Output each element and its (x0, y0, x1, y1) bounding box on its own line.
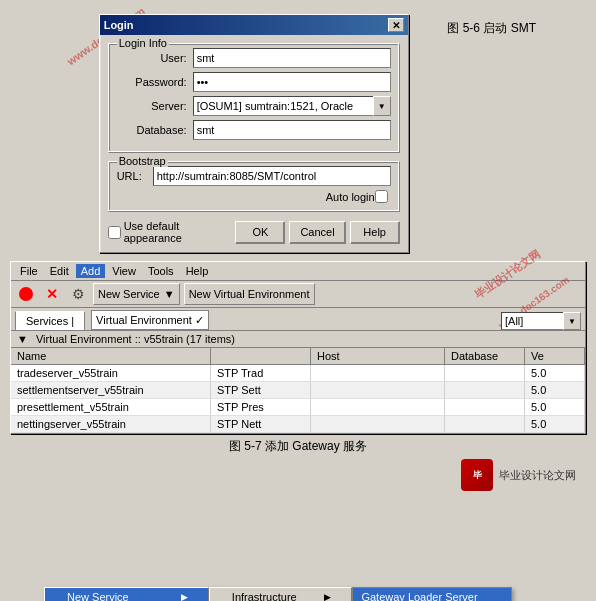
table-rows: tradeserver_v55train STP Trad 5.0 settle… (11, 365, 585, 433)
x-icon: ✕ (46, 286, 58, 302)
logo-icon: 毕 (461, 459, 493, 491)
help-button[interactable]: Help (350, 221, 400, 244)
red-circle-icon (19, 287, 33, 301)
logo-text: 毕业设计论文网 (499, 468, 576, 483)
url-input[interactable] (153, 166, 391, 186)
dialog-close-button[interactable]: ✕ (388, 18, 404, 32)
bootstrap-legend: Bootstrap (117, 155, 168, 167)
server-dropdown-arrow[interactable]: ▼ (373, 96, 391, 116)
bottom-logo-area: 毕 毕业设计论文网 (10, 457, 586, 493)
server-row: Server: ▼ (117, 96, 391, 116)
toolbar-x-btn[interactable]: ✕ (41, 283, 63, 305)
password-label: Password: (117, 76, 187, 88)
new-service-dropdown[interactable]: New Service ▼ (93, 283, 180, 305)
menu-add[interactable]: Add (76, 264, 106, 278)
url-label: URL: (117, 170, 147, 182)
menu-file[interactable]: File (15, 264, 43, 278)
infrastructure-label: Infrastructure (232, 591, 297, 601)
row1-db (445, 365, 525, 381)
caption2: 图 5-7 添加 Gateway 服务 (10, 434, 586, 457)
table-row[interactable]: tradeserver_v55train STP Trad 5.0 (11, 365, 585, 382)
bootstrap-group: Bootstrap URL: Auto login (108, 161, 400, 212)
row1-name: tradeserver_v55train (11, 365, 211, 381)
new-service-arrow-icon: ▼ (164, 288, 175, 300)
user-input[interactable] (193, 48, 391, 68)
row4-host (311, 416, 445, 432)
row3-name: presettlement_v55train (11, 399, 211, 415)
menu-gateway-loader-server[interactable]: Gateway Loader Server (353, 588, 511, 601)
new-service-arrow: ▶ (181, 592, 188, 601)
row3-db (445, 399, 525, 415)
menu-infrastructure[interactable]: Infrastructure ▶ (210, 588, 352, 601)
new-virtual-env-btn[interactable]: New Virtual Environment (184, 283, 315, 305)
row1-type: STP Trad (211, 365, 311, 381)
row2-name: settlementserver_v55train (11, 382, 211, 398)
user-row: User: (117, 48, 391, 68)
dialog-body: Login Info User: Password: Server: ▼ (100, 35, 408, 252)
toolbar-red-circle[interactable] (15, 283, 37, 305)
database-label: Database: (117, 124, 187, 136)
table-row[interactable]: settlementserver_v55train STP Sett 5.0 (11, 382, 585, 399)
all-dropdown[interactable]: ▼ (501, 312, 581, 330)
col-version: Ve (525, 348, 585, 364)
row4-name: nettingserver_v55train (11, 416, 211, 432)
auto-login-checkbox[interactable] (375, 190, 388, 203)
row3-type: STP Pres (211, 399, 311, 415)
menu-help[interactable]: Help (181, 264, 214, 278)
row4-db (445, 416, 525, 432)
service-type-menu: Infrastructure ▶ STP Position Keeping ▶ … (209, 587, 353, 601)
row1-host (311, 365, 445, 381)
gateway-loader-label: Gateway Loader Server (361, 591, 477, 601)
row2-host (311, 382, 445, 398)
gear-icon: ⚙ (72, 286, 85, 302)
server-select-wrap: ▼ (193, 96, 391, 116)
menu-tools[interactable]: Tools (143, 264, 179, 278)
auto-login-row: Auto login (117, 190, 391, 203)
app-window: File Edit Add View Tools Help ✕ ⚙ New Se… (10, 261, 586, 434)
row3-host (311, 399, 445, 415)
env-dropdown[interactable]: Virtual Environment ✓ (91, 310, 209, 330)
menu-edit[interactable]: Edit (45, 264, 74, 278)
tree-header-label: Virtual Environment :: v55train (17 item… (36, 333, 235, 345)
ok-button[interactable]: OK (235, 221, 285, 244)
login-info-group: Login Info User: Password: Server: ▼ (108, 43, 400, 153)
login-dialog: Login ✕ Login Info User: Password: Serve… (99, 14, 409, 253)
dialog-buttons: OK Cancel Help (235, 221, 399, 244)
tree-collapse-icon[interactable]: ▼ (17, 333, 28, 345)
table-row[interactable]: presettlement_v55train STP Pres 5.0 (11, 399, 585, 416)
row1-ver: 5.0 (525, 365, 585, 381)
use-default-checkbox[interactable] (108, 226, 121, 239)
col-database: Database (445, 348, 525, 364)
server-input[interactable] (193, 96, 391, 116)
menu-view[interactable]: View (107, 264, 141, 278)
password-row: Password: (117, 72, 391, 92)
table-row[interactable]: nettingserver_v55train STP Nett 5.0 (11, 416, 585, 433)
row2-type: STP Sett (211, 382, 311, 398)
all-arrow-icon[interactable]: ▼ (563, 312, 581, 330)
dialog-title: Login (104, 19, 388, 31)
use-default-row: Use default appearance (108, 220, 236, 244)
col-type (211, 348, 311, 364)
use-default-label: Use default appearance (124, 220, 236, 244)
env-dropdown-label: Virtual Environment ✓ (96, 314, 204, 327)
infrastructure-arrow: ▶ (324, 592, 331, 601)
menu-new-service[interactable]: New Service ▶ (45, 588, 208, 601)
tab-services-label: Services | (26, 315, 74, 327)
row2-ver: 5.0 (525, 382, 585, 398)
toolbar-gear-btn[interactable]: ⚙ (67, 283, 89, 305)
auto-login-label: Auto login (326, 191, 375, 203)
new-virtual-env-label: New Virtual Environment (189, 288, 310, 300)
cancel-button[interactable]: Cancel (289, 221, 345, 244)
tree-header: ▼ Virtual Environment :: v55train (17 it… (11, 331, 585, 348)
gateway-submenu: Gateway Loader Server Extractors ▶ Adapt… (352, 587, 512, 601)
row3-ver: 5.0 (525, 399, 585, 415)
app-toolbar: ✕ ⚙ New Service ▼ New Virtual Environmen… (11, 281, 585, 308)
tab-services[interactable]: Services | (15, 311, 85, 330)
user-label: User: (117, 52, 187, 64)
password-input[interactable] (193, 72, 391, 92)
context-menus: New Service ▶ New Virtual Environment In… (44, 587, 512, 601)
database-input[interactable] (193, 120, 391, 140)
all-dropdown-wrap: ▼ (501, 312, 581, 330)
row4-type: STP Nett (211, 416, 311, 432)
app-menubar: File Edit Add View Tools Help (11, 262, 585, 281)
